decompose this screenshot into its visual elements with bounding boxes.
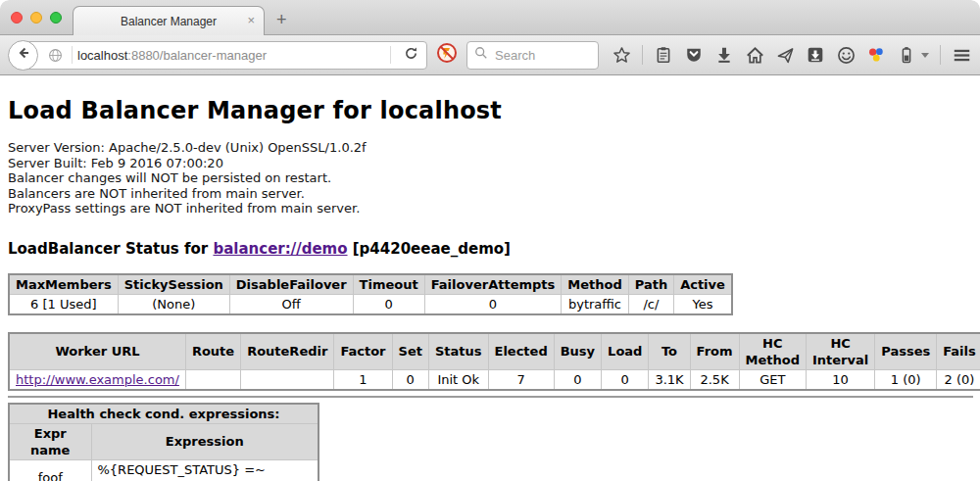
cell-set: 0 bbox=[392, 369, 428, 390]
minimize-window-button[interactable] bbox=[30, 12, 42, 24]
col-factor: Factor bbox=[334, 333, 392, 370]
bookmark-star-icon[interactable] bbox=[612, 45, 631, 65]
toolbar-divider bbox=[642, 45, 643, 65]
status-heading-suffix: [p4420eeae_demo] bbox=[348, 240, 511, 258]
server-info: Server Version: Apache/2.5.0-dev (Unix) … bbox=[8, 140, 980, 216]
col-timeout: Timeout bbox=[353, 274, 424, 295]
col-expression: Expression bbox=[91, 423, 318, 459]
close-window-button[interactable] bbox=[11, 12, 23, 24]
cell-maxmembers: 6 [1 Used] bbox=[9, 294, 118, 314]
col-passes: Passes bbox=[875, 333, 937, 370]
home-icon[interactable] bbox=[745, 45, 764, 65]
navigation-toolbar: localhost:8880/balancer-manager bbox=[0, 35, 980, 75]
cell-hc-method: GET bbox=[739, 369, 806, 390]
flashblock-button[interactable] bbox=[436, 42, 458, 68]
tab-bar: Balancer Manager × + bbox=[0, 0, 980, 35]
col-path: Path bbox=[628, 274, 673, 295]
col-method: Method bbox=[562, 274, 628, 295]
zoom-window-button[interactable] bbox=[50, 12, 62, 24]
col-failoverattempts: FailoverAttempts bbox=[424, 274, 562, 295]
window-controls bbox=[11, 12, 62, 24]
tab-close-icon[interactable]: × bbox=[247, 14, 255, 27]
health-table-title: Health check cond. expressions: bbox=[9, 404, 318, 424]
worker-table: Worker URL Route RouteRedir Factor Set S… bbox=[8, 332, 980, 391]
cell-factor: 1 bbox=[334, 369, 392, 390]
col-status: Status bbox=[428, 333, 488, 370]
url-host: localhost bbox=[77, 48, 127, 63]
back-button[interactable] bbox=[8, 40, 38, 71]
col-elected: Elected bbox=[488, 333, 554, 370]
col-maxmembers: MaxMembers bbox=[9, 274, 118, 295]
cell-from: 2.5K bbox=[690, 369, 739, 390]
status-heading-prefix: LoadBalancer Status for bbox=[8, 240, 213, 258]
search-bar[interactable] bbox=[466, 41, 599, 70]
balancer-demo-link[interactable]: balancer://demo bbox=[213, 240, 347, 258]
cell-load: 0 bbox=[602, 369, 649, 390]
flashblock-icon bbox=[436, 42, 458, 68]
persist-notice-line: Balancer changes will NOT be persisted o… bbox=[8, 170, 980, 186]
panel-download-icon[interactable] bbox=[806, 45, 825, 65]
download-arrow-icon[interactable] bbox=[714, 45, 734, 65]
toolbar-buttons bbox=[612, 45, 980, 65]
pocket-icon[interactable] bbox=[684, 45, 704, 65]
cell-stickysession: (None) bbox=[118, 294, 229, 314]
col-expr-name: Expr name bbox=[9, 423, 91, 459]
cell-hc-interval: 10 bbox=[806, 369, 874, 390]
cell-expr-name: foof bbox=[9, 459, 91, 481]
clipboard-icon[interactable] bbox=[654, 45, 673, 65]
cell-failoverattempts: 0 bbox=[424, 294, 562, 314]
cell-to: 3.1K bbox=[649, 369, 690, 390]
battery-extension-icon[interactable] bbox=[897, 45, 916, 65]
cell-method: bytraffic bbox=[562, 294, 628, 314]
col-from: From bbox=[690, 333, 739, 370]
worker-row: http://www.example.com/ 1 0 Init Ok 7 0 … bbox=[9, 369, 980, 390]
cell-path: /c/ bbox=[628, 294, 673, 314]
col-route: Route bbox=[185, 333, 240, 370]
reload-button[interactable] bbox=[396, 46, 426, 65]
colors-extension-icon[interactable] bbox=[866, 45, 886, 65]
reload-divider bbox=[390, 46, 391, 64]
new-tab-button[interactable]: + bbox=[276, 10, 287, 30]
cell-elected: 7 bbox=[488, 369, 554, 390]
table-row: 6 [1 Used] (None) Off 0 0 bytraffic /c/ … bbox=[9, 294, 732, 314]
search-icon bbox=[474, 46, 488, 64]
table-header-row: MaxMembers StickySession DisableFailover… bbox=[9, 274, 732, 295]
cell-worker-url: http://www.example.com/ bbox=[9, 369, 185, 390]
feedback-smiley-icon[interactable] bbox=[836, 45, 856, 65]
cell-busy: 0 bbox=[554, 369, 601, 390]
send-plane-icon[interactable] bbox=[775, 45, 795, 65]
page-title: Load Balancer Manager for localhost bbox=[8, 97, 980, 124]
cell-active: Yes bbox=[674, 294, 732, 314]
cell-timeout: 0 bbox=[353, 294, 424, 314]
cell-passes: 1 (0) bbox=[875, 369, 937, 390]
globe-icon bbox=[48, 48, 63, 63]
page-content: Load Balancer Manager for localhost Serv… bbox=[0, 97, 980, 481]
balancer-settings-table: MaxMembers StickySession DisableFailover… bbox=[8, 273, 733, 315]
server-built-line: Server Built: Feb 9 2016 07:00:20 bbox=[8, 156, 980, 171]
dropdown-caret-icon[interactable] bbox=[921, 53, 929, 58]
worker-url-link[interactable]: http://www.example.com/ bbox=[16, 372, 179, 387]
tab-balancer-manager[interactable]: Balancer Manager × bbox=[73, 6, 265, 35]
url-bar[interactable]: localhost:8880/balancer-manager bbox=[22, 41, 427, 70]
table-header-row: Worker URL Route RouteRedir Factor Set S… bbox=[9, 333, 980, 370]
url-text[interactable]: localhost:8880/balancer-manager bbox=[77, 48, 267, 63]
col-stickysession: StickySession bbox=[118, 274, 229, 295]
tab-title: Balancer Manager bbox=[121, 15, 217, 28]
balancers-notice-line: Balancers are NOT inherited from main se… bbox=[8, 186, 980, 202]
cell-route bbox=[185, 369, 240, 390]
hamburger-menu-icon[interactable] bbox=[952, 45, 971, 65]
loadbalancer-status-heading: LoadBalancer Status for balancer://demo … bbox=[8, 240, 980, 258]
cell-expression: %{REQUEST_STATUS} =~ /^[234]/ bbox=[91, 459, 318, 481]
cell-disablefailover: Off bbox=[229, 294, 353, 314]
col-set: Set bbox=[392, 333, 428, 370]
url-path: :8880/balancer-manager bbox=[127, 48, 267, 63]
urlbar-divider bbox=[72, 46, 73, 64]
browser-window: Balancer Manager × + localhost:8880/bala… bbox=[0, 0, 980, 481]
toolbar-divider bbox=[940, 45, 941, 65]
table-row: foof %{REQUEST_STATUS} =~ /^[234]/ bbox=[9, 459, 318, 481]
cell-status: Init Ok bbox=[428, 369, 488, 390]
back-icon bbox=[16, 45, 31, 65]
table-title-row: Health check cond. expressions: bbox=[9, 404, 318, 424]
search-input[interactable] bbox=[493, 47, 581, 64]
col-hc-method: HC Method bbox=[739, 333, 806, 370]
